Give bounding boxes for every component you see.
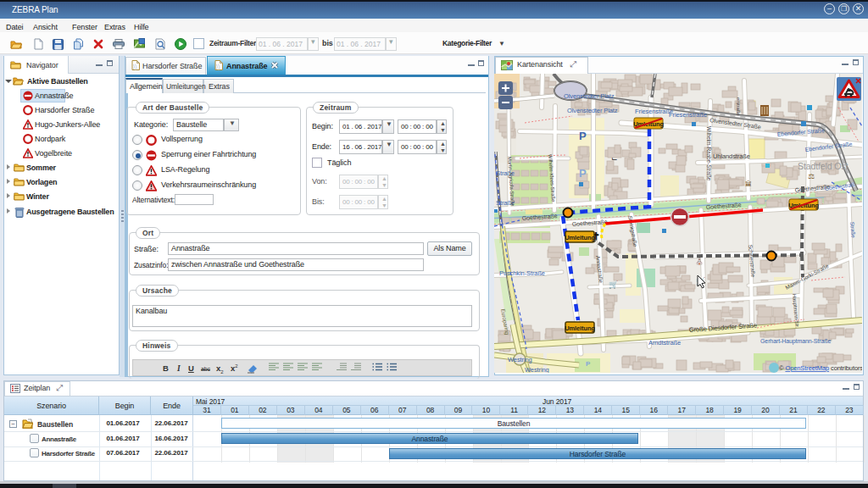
svg-text:Umleitung: Umleitung [565,324,595,332]
svg-text:P: P [579,167,587,180]
svg-text:Olvenstedter Platz: Olvenstedter Platz [564,92,615,100]
svg-text:⌙: ⌙ [611,154,617,163]
svg-text:Arndtstraße: Arndtstraße [648,339,681,347]
svg-text:Umleitung: Umleitung [565,234,595,241]
svg-text:🛒: 🛒 [609,280,619,290]
svg-text:P: P [579,130,587,142]
svg-text:⚖: ⚖ [808,172,815,180]
svg-text:erstraße: erstraße [736,97,741,116]
svg-text:Stadtfeld Ost: Stadtfeld Ost [798,161,849,171]
svg-text:P: P [586,360,591,368]
svg-text:Friesenstraße: Friesenstraße [669,111,707,119]
svg-text:Friesenstraße: Friesenstraße [635,108,673,115]
svg-text:Wilhelm-Raabe-Straße: Wilhelm-Raabe-Straße [706,126,712,181]
svg-text:Westring: Westring [508,356,532,363]
svg-text:Gerhart-Hauptmann-Straße: Gerhart-Hauptmann-Straße [760,338,831,345]
svg-text:Uhlandstraße: Uhlandstraße [713,152,750,160]
svg-text:⛪: ⛪ [695,257,704,265]
svg-text:🏛: 🏛 [745,180,752,188]
svg-text:Olvenstedter Platz: Olvenstedter Platz [567,107,618,114]
svg-text:Westring: Westring [525,366,549,373]
svg-text:Puschkin-Straße: Puschkin-Straße [499,269,545,277]
svg-text:© OpenStreetMap contributors.: © OpenStreetMap contributors. [779,364,862,372]
